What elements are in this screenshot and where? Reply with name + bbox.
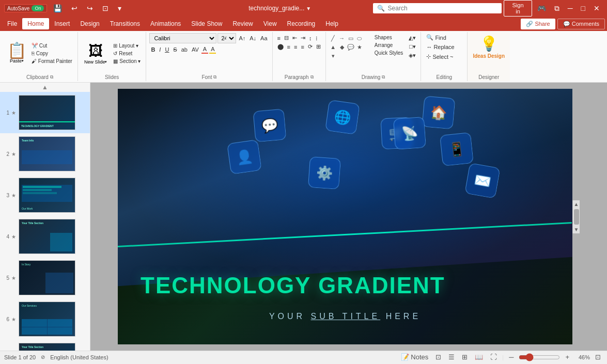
slide-item-1[interactable]: 1 ★ TECHNOLOGY GRADIENT <box>0 92 90 133</box>
select-button[interactable]: ⊹ Select ~ <box>424 52 464 61</box>
shape-outline-button[interactable]: □▾ <box>407 43 417 51</box>
slides-scroll-up[interactable]: ▲ <box>0 83 90 92</box>
shape-triangle[interactable]: ▲ <box>329 43 337 51</box>
menu-item-help[interactable]: Help <box>320 18 344 29</box>
font-size-select[interactable]: 24 <box>217 33 236 43</box>
paragraph-expand-icon[interactable]: ⧉ <box>310 74 314 80</box>
quick-styles-button[interactable]: Quick Styles <box>372 50 406 56</box>
reset-button[interactable]: ↺ Reset <box>111 50 143 57</box>
shape-rect[interactable]: ▭ <box>347 34 355 42</box>
shape-line[interactable]: ╱ <box>329 34 337 42</box>
fit-slide-button[interactable]: ⊡ <box>593 352 603 362</box>
design-ideas-button[interactable]: 💡 Ideas Design <box>471 33 507 61</box>
slide-sorter-button[interactable]: ⊞ <box>460 352 470 362</box>
shape-arrow[interactable]: → <box>338 34 346 42</box>
arrange-button[interactable]: Arrange <box>372 42 406 49</box>
section-button[interactable]: ▦ Section ▾ <box>111 58 143 65</box>
strikethrough-button[interactable]: S <box>172 46 178 53</box>
save-button[interactable]: 💾 <box>50 3 65 13</box>
maximize-button[interactable]: □ <box>578 3 588 13</box>
menu-item-view[interactable]: View <box>258 18 282 29</box>
copy-button[interactable]: ⎘ Copy <box>29 50 74 57</box>
shape-oval[interactable]: ⬭ <box>355 34 364 42</box>
menu-item-design[interactable]: Design <box>75 18 104 29</box>
increase-indent-button[interactable]: ⇥ <box>299 34 307 42</box>
text-direction-button[interactable]: ⟳ <box>306 43 314 51</box>
menu-item-home[interactable]: Home <box>22 18 49 29</box>
shape-star[interactable]: ★ <box>355 43 364 51</box>
slide-item-6[interactable]: 6 ★ Our Services <box>0 298 90 340</box>
menu-item-animations[interactable]: Animations <box>145 18 186 29</box>
italic-button[interactable]: I <box>158 46 162 53</box>
autosave-toggle[interactable]: On <box>32 5 44 11</box>
fontcolor-button[interactable]: A <box>201 45 208 54</box>
font-increase-button[interactable]: A↑ <box>237 35 247 42</box>
close-button[interactable]: ✕ <box>590 3 603 13</box>
drawing-expand-icon[interactable]: ⧉ <box>382 74 385 80</box>
bold-button[interactable]: B <box>149 46 157 53</box>
presenter-view-button[interactable]: ⛶ <box>488 352 499 362</box>
redo-button[interactable]: ↪ <box>84 3 96 13</box>
highlight-button[interactable]: A <box>209 45 216 54</box>
menu-item-insert[interactable]: Insert <box>49 18 75 29</box>
justify-button[interactable]: ≡ <box>299 43 305 51</box>
font-decrease-button[interactable]: A↓ <box>248 35 258 42</box>
scroll-down-arrow[interactable]: ▼ <box>573 226 580 233</box>
slide-item-2[interactable]: 2 ★ Team Info <box>0 133 90 175</box>
underline-button[interactable]: U <box>163 46 170 53</box>
align-right-button[interactable]: ≡ <box>292 43 299 51</box>
outline-view-button[interactable]: ☰ <box>446 352 457 362</box>
font-family-select[interactable]: Calibri <box>149 33 216 43</box>
tablet-button[interactable]: ⊡ <box>99 3 112 13</box>
menu-item-slideshow[interactable]: Slide Show <box>186 18 227 29</box>
menu-item-review[interactable]: Review <box>227 18 258 29</box>
char-spacing-button[interactable]: AV <box>190 46 200 53</box>
menu-item-file[interactable]: File <box>2 18 22 29</box>
layout-button[interactable]: ⊞ Layout ▾ <box>111 42 143 49</box>
format-painter-button[interactable]: 🖌 Format Painter <box>29 58 74 65</box>
comments-button[interactable]: 💬 Comments <box>557 19 605 29</box>
paste-button[interactable]: 📋 Paste ▾ <box>5 42 28 65</box>
shape-diamond[interactable]: ◆ <box>338 43 346 51</box>
clear-format-button[interactable]: Aa <box>259 35 269 42</box>
decrease-indent-button[interactable]: ⇤ <box>291 34 299 42</box>
normal-view-button[interactable]: ⊡ <box>433 352 443 362</box>
slide-item-7[interactable]: 7 ★ Your Title Section <box>0 340 90 351</box>
menu-item-recording[interactable]: Recording <box>282 18 321 29</box>
replace-button[interactable]: ↔ Replace <box>424 43 464 51</box>
cut-button[interactable]: ✂️ Cut <box>29 42 74 49</box>
slide-info-icon[interactable]: ⊘ <box>41 354 45 360</box>
shape-fill-button[interactable]: ◭▾ <box>407 34 417 42</box>
shapes-main-button[interactable]: Shapes <box>372 34 406 41</box>
title-dropdown-button[interactable]: ▼ <box>304 6 313 11</box>
clipboard-expand-icon[interactable]: ⧉ <box>50 74 53 80</box>
signin-button[interactable]: Sign in <box>504 0 532 17</box>
numbered-list-button[interactable]: ⊟ <box>283 34 290 42</box>
reading-view-button[interactable]: 📖 <box>473 352 485 362</box>
scroll-up-arrow[interactable]: ▲ <box>573 200 580 208</box>
search-input[interactable] <box>388 5 491 12</box>
shape-callout[interactable]: 💬 <box>347 43 355 51</box>
scroll-thumb[interactable] <box>574 209 579 225</box>
slide-item-4[interactable]: 4 ★ Your Title Section <box>0 216 90 257</box>
rewards-button[interactable]: 🎮 <box>534 3 549 13</box>
menu-item-transitions[interactable]: Transitions <box>105 18 145 29</box>
convert-smartart-button[interactable]: ⊞ <box>315 43 322 51</box>
columns-button[interactable]: ⫶ <box>314 34 320 42</box>
customize-qat-button[interactable]: ▾ <box>115 3 124 13</box>
bullet-list-button[interactable]: ≡ <box>276 34 282 42</box>
restore-button[interactable]: ⧉ <box>551 3 563 14</box>
find-button[interactable]: 🔍 Find <box>424 33 464 42</box>
slide-item-3[interactable]: 3 ★ Our Work <box>0 175 90 216</box>
new-slide-button[interactable]: 🖼 New Slide ▾ <box>81 41 111 66</box>
minimize-button[interactable]: ─ <box>565 3 576 13</box>
share-button[interactable]: 🔗 Share <box>521 19 555 29</box>
textshadow-button[interactable]: ab <box>180 46 189 53</box>
zoom-out-button[interactable]: ─ <box>507 352 516 362</box>
align-center-button[interactable]: ≡ <box>286 43 292 51</box>
line-spacing-button[interactable]: ↕ <box>307 34 314 42</box>
font-expand-icon[interactable]: ⧉ <box>213 74 216 80</box>
notes-button[interactable]: 📝 Notes <box>399 352 431 362</box>
zoom-slider[interactable] <box>519 353 560 361</box>
align-left-button[interactable]: ⬤ <box>276 43 285 51</box>
